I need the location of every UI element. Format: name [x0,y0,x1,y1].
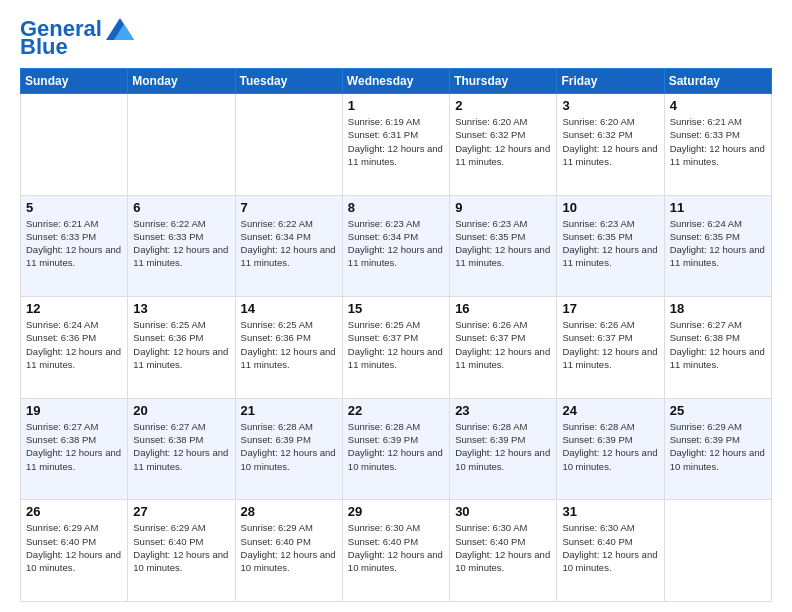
day-info: Sunrise: 6:30 AM Sunset: 6:40 PM Dayligh… [348,521,444,574]
calendar-cell: 13Sunrise: 6:25 AM Sunset: 6:36 PM Dayli… [128,297,235,399]
day-info: Sunrise: 6:21 AM Sunset: 6:33 PM Dayligh… [670,115,766,168]
day-info: Sunrise: 6:29 AM Sunset: 6:40 PM Dayligh… [241,521,337,574]
day-info: Sunrise: 6:28 AM Sunset: 6:39 PM Dayligh… [562,420,658,473]
calendar-day-header: Sunday [21,69,128,94]
day-info: Sunrise: 6:20 AM Sunset: 6:32 PM Dayligh… [455,115,551,168]
calendar-day-header: Monday [128,69,235,94]
day-number: 8 [348,200,444,215]
day-number: 23 [455,403,551,418]
day-number: 7 [241,200,337,215]
calendar-cell: 18Sunrise: 6:27 AM Sunset: 6:38 PM Dayli… [664,297,771,399]
day-info: Sunrise: 6:27 AM Sunset: 6:38 PM Dayligh… [670,318,766,371]
day-info: Sunrise: 6:22 AM Sunset: 6:34 PM Dayligh… [241,217,337,270]
day-info: Sunrise: 6:25 AM Sunset: 6:36 PM Dayligh… [133,318,229,371]
day-info: Sunrise: 6:25 AM Sunset: 6:37 PM Dayligh… [348,318,444,371]
day-number: 20 [133,403,229,418]
calendar-cell [21,94,128,196]
calendar-cell: 17Sunrise: 6:26 AM Sunset: 6:37 PM Dayli… [557,297,664,399]
day-number: 31 [562,504,658,519]
day-number: 21 [241,403,337,418]
calendar-cell: 16Sunrise: 6:26 AM Sunset: 6:37 PM Dayli… [450,297,557,399]
day-info: Sunrise: 6:23 AM Sunset: 6:35 PM Dayligh… [562,217,658,270]
calendar-cell [128,94,235,196]
calendar-cell: 8Sunrise: 6:23 AM Sunset: 6:34 PM Daylig… [342,195,449,297]
day-info: Sunrise: 6:19 AM Sunset: 6:31 PM Dayligh… [348,115,444,168]
day-info: Sunrise: 6:24 AM Sunset: 6:35 PM Dayligh… [670,217,766,270]
day-number: 16 [455,301,551,316]
day-number: 14 [241,301,337,316]
calendar-cell: 12Sunrise: 6:24 AM Sunset: 6:36 PM Dayli… [21,297,128,399]
day-info: Sunrise: 6:25 AM Sunset: 6:36 PM Dayligh… [241,318,337,371]
calendar-week-row: 12Sunrise: 6:24 AM Sunset: 6:36 PM Dayli… [21,297,772,399]
day-info: Sunrise: 6:30 AM Sunset: 6:40 PM Dayligh… [562,521,658,574]
day-info: Sunrise: 6:28 AM Sunset: 6:39 PM Dayligh… [455,420,551,473]
day-number: 30 [455,504,551,519]
calendar-cell: 25Sunrise: 6:29 AM Sunset: 6:39 PM Dayli… [664,398,771,500]
day-number: 10 [562,200,658,215]
logo-blue: Blue [20,36,68,58]
day-number: 3 [562,98,658,113]
calendar-cell: 30Sunrise: 6:30 AM Sunset: 6:40 PM Dayli… [450,500,557,602]
calendar-cell: 27Sunrise: 6:29 AM Sunset: 6:40 PM Dayli… [128,500,235,602]
calendar-cell: 15Sunrise: 6:25 AM Sunset: 6:37 PM Dayli… [342,297,449,399]
calendar-cell: 22Sunrise: 6:28 AM Sunset: 6:39 PM Dayli… [342,398,449,500]
page: General Blue SundayMondayTuesdayWednesda… [0,0,792,612]
calendar-table: SundayMondayTuesdayWednesdayThursdayFrid… [20,68,772,602]
day-number: 1 [348,98,444,113]
calendar-header-row: SundayMondayTuesdayWednesdayThursdayFrid… [21,69,772,94]
day-number: 19 [26,403,122,418]
calendar-week-row: 19Sunrise: 6:27 AM Sunset: 6:38 PM Dayli… [21,398,772,500]
calendar-day-header: Friday [557,69,664,94]
day-number: 4 [670,98,766,113]
day-info: Sunrise: 6:29 AM Sunset: 6:39 PM Dayligh… [670,420,766,473]
day-number: 26 [26,504,122,519]
day-info: Sunrise: 6:21 AM Sunset: 6:33 PM Dayligh… [26,217,122,270]
calendar-week-row: 5Sunrise: 6:21 AM Sunset: 6:33 PM Daylig… [21,195,772,297]
day-info: Sunrise: 6:27 AM Sunset: 6:38 PM Dayligh… [133,420,229,473]
calendar-cell: 23Sunrise: 6:28 AM Sunset: 6:39 PM Dayli… [450,398,557,500]
day-number: 5 [26,200,122,215]
calendar-week-row: 1Sunrise: 6:19 AM Sunset: 6:31 PM Daylig… [21,94,772,196]
calendar-cell: 20Sunrise: 6:27 AM Sunset: 6:38 PM Dayli… [128,398,235,500]
day-info: Sunrise: 6:28 AM Sunset: 6:39 PM Dayligh… [348,420,444,473]
day-number: 25 [670,403,766,418]
day-info: Sunrise: 6:29 AM Sunset: 6:40 PM Dayligh… [26,521,122,574]
header: General Blue [20,18,772,58]
day-number: 24 [562,403,658,418]
calendar-cell: 6Sunrise: 6:22 AM Sunset: 6:33 PM Daylig… [128,195,235,297]
calendar-cell [235,94,342,196]
day-number: 27 [133,504,229,519]
day-info: Sunrise: 6:26 AM Sunset: 6:37 PM Dayligh… [562,318,658,371]
calendar-day-header: Wednesday [342,69,449,94]
day-info: Sunrise: 6:26 AM Sunset: 6:37 PM Dayligh… [455,318,551,371]
calendar-cell: 14Sunrise: 6:25 AM Sunset: 6:36 PM Dayli… [235,297,342,399]
calendar-cell: 7Sunrise: 6:22 AM Sunset: 6:34 PM Daylig… [235,195,342,297]
day-number: 29 [348,504,444,519]
day-info: Sunrise: 6:23 AM Sunset: 6:34 PM Dayligh… [348,217,444,270]
day-info: Sunrise: 6:30 AM Sunset: 6:40 PM Dayligh… [455,521,551,574]
calendar-cell: 3Sunrise: 6:20 AM Sunset: 6:32 PM Daylig… [557,94,664,196]
day-number: 15 [348,301,444,316]
day-number: 13 [133,301,229,316]
day-number: 17 [562,301,658,316]
calendar-week-row: 26Sunrise: 6:29 AM Sunset: 6:40 PM Dayli… [21,500,772,602]
day-number: 22 [348,403,444,418]
calendar-cell: 5Sunrise: 6:21 AM Sunset: 6:33 PM Daylig… [21,195,128,297]
calendar-cell: 24Sunrise: 6:28 AM Sunset: 6:39 PM Dayli… [557,398,664,500]
logo-icon [106,18,134,40]
calendar-cell: 26Sunrise: 6:29 AM Sunset: 6:40 PM Dayli… [21,500,128,602]
calendar-cell: 29Sunrise: 6:30 AM Sunset: 6:40 PM Dayli… [342,500,449,602]
day-info: Sunrise: 6:24 AM Sunset: 6:36 PM Dayligh… [26,318,122,371]
day-number: 9 [455,200,551,215]
calendar-cell: 9Sunrise: 6:23 AM Sunset: 6:35 PM Daylig… [450,195,557,297]
day-number: 6 [133,200,229,215]
calendar-cell: 4Sunrise: 6:21 AM Sunset: 6:33 PM Daylig… [664,94,771,196]
calendar-cell [664,500,771,602]
calendar-cell: 11Sunrise: 6:24 AM Sunset: 6:35 PM Dayli… [664,195,771,297]
calendar-cell: 10Sunrise: 6:23 AM Sunset: 6:35 PM Dayli… [557,195,664,297]
day-info: Sunrise: 6:28 AM Sunset: 6:39 PM Dayligh… [241,420,337,473]
day-number: 11 [670,200,766,215]
day-info: Sunrise: 6:23 AM Sunset: 6:35 PM Dayligh… [455,217,551,270]
calendar-cell: 2Sunrise: 6:20 AM Sunset: 6:32 PM Daylig… [450,94,557,196]
day-number: 12 [26,301,122,316]
